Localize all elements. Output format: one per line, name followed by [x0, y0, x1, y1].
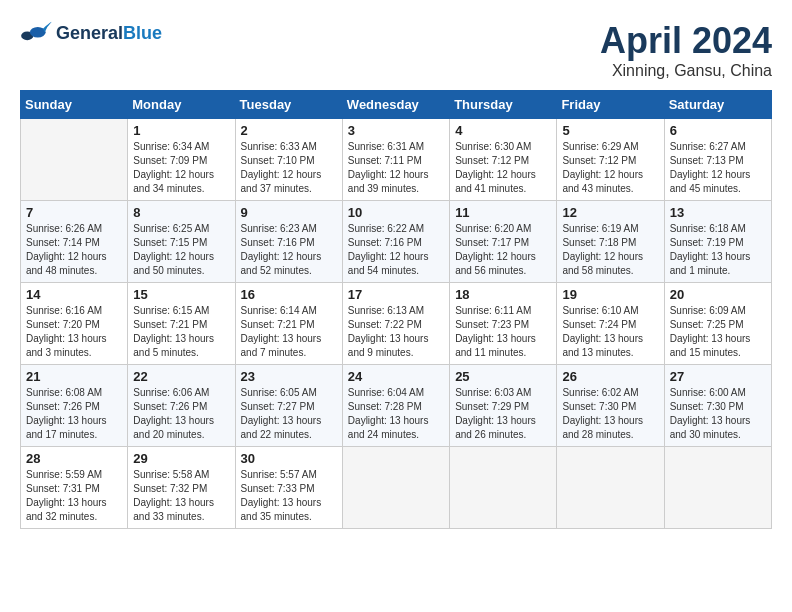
- day-info: Sunrise: 6:31 AMSunset: 7:11 PMDaylight:…: [348, 140, 444, 196]
- day-info: Sunrise: 6:00 AMSunset: 7:30 PMDaylight:…: [670, 386, 766, 442]
- calendar-day: 16Sunrise: 6:14 AMSunset: 7:21 PMDayligh…: [235, 283, 342, 365]
- day-info: Sunrise: 6:15 AMSunset: 7:21 PMDaylight:…: [133, 304, 229, 360]
- calendar-day: 15Sunrise: 6:15 AMSunset: 7:21 PMDayligh…: [128, 283, 235, 365]
- calendar-day: 9Sunrise: 6:23 AMSunset: 7:16 PMDaylight…: [235, 201, 342, 283]
- calendar-day: [664, 447, 771, 529]
- weekday-header: Wednesday: [342, 91, 449, 119]
- day-number: 30: [241, 451, 337, 466]
- day-number: 17: [348, 287, 444, 302]
- day-number: 19: [562, 287, 658, 302]
- calendar-day: 7Sunrise: 6:26 AMSunset: 7:14 PMDaylight…: [21, 201, 128, 283]
- calendar-day: 26Sunrise: 6:02 AMSunset: 7:30 PMDayligh…: [557, 365, 664, 447]
- calendar-day: 23Sunrise: 6:05 AMSunset: 7:27 PMDayligh…: [235, 365, 342, 447]
- calendar-day: [557, 447, 664, 529]
- calendar-day: 28Sunrise: 5:59 AMSunset: 7:31 PMDayligh…: [21, 447, 128, 529]
- logo-text: GeneralBlue: [56, 24, 162, 44]
- day-info: Sunrise: 6:34 AMSunset: 7:09 PMDaylight:…: [133, 140, 229, 196]
- calendar-day: 21Sunrise: 6:08 AMSunset: 7:26 PMDayligh…: [21, 365, 128, 447]
- calendar-day: [21, 119, 128, 201]
- day-number: 1: [133, 123, 229, 138]
- calendar-day: 10Sunrise: 6:22 AMSunset: 7:16 PMDayligh…: [342, 201, 449, 283]
- calendar-header: SundayMondayTuesdayWednesdayThursdayFrid…: [21, 91, 772, 119]
- day-info: Sunrise: 6:25 AMSunset: 7:15 PMDaylight:…: [133, 222, 229, 278]
- day-info: Sunrise: 6:26 AMSunset: 7:14 PMDaylight:…: [26, 222, 122, 278]
- calendar-day: 29Sunrise: 5:58 AMSunset: 7:32 PMDayligh…: [128, 447, 235, 529]
- day-number: 11: [455, 205, 551, 220]
- day-number: 18: [455, 287, 551, 302]
- calendar-week: 21Sunrise: 6:08 AMSunset: 7:26 PMDayligh…: [21, 365, 772, 447]
- weekday-header: Monday: [128, 91, 235, 119]
- day-info: Sunrise: 6:09 AMSunset: 7:25 PMDaylight:…: [670, 304, 766, 360]
- day-number: 12: [562, 205, 658, 220]
- day-info: Sunrise: 6:33 AMSunset: 7:10 PMDaylight:…: [241, 140, 337, 196]
- day-info: Sunrise: 5:57 AMSunset: 7:33 PMDaylight:…: [241, 468, 337, 524]
- day-info: Sunrise: 6:11 AMSunset: 7:23 PMDaylight:…: [455, 304, 551, 360]
- svg-point-2: [26, 35, 31, 39]
- calendar-week: 28Sunrise: 5:59 AMSunset: 7:31 PMDayligh…: [21, 447, 772, 529]
- day-info: Sunrise: 6:23 AMSunset: 7:16 PMDaylight:…: [241, 222, 337, 278]
- day-info: Sunrise: 6:30 AMSunset: 7:12 PMDaylight:…: [455, 140, 551, 196]
- day-info: Sunrise: 6:22 AMSunset: 7:16 PMDaylight:…: [348, 222, 444, 278]
- weekday-header: Tuesday: [235, 91, 342, 119]
- day-info: Sunrise: 6:14 AMSunset: 7:21 PMDaylight:…: [241, 304, 337, 360]
- calendar-day: 17Sunrise: 6:13 AMSunset: 7:22 PMDayligh…: [342, 283, 449, 365]
- weekday-header: Thursday: [450, 91, 557, 119]
- day-info: Sunrise: 6:02 AMSunset: 7:30 PMDaylight:…: [562, 386, 658, 442]
- day-number: 29: [133, 451, 229, 466]
- calendar-table: SundayMondayTuesdayWednesdayThursdayFrid…: [20, 90, 772, 529]
- day-number: 9: [241, 205, 337, 220]
- day-info: Sunrise: 6:08 AMSunset: 7:26 PMDaylight:…: [26, 386, 122, 442]
- day-info: Sunrise: 6:03 AMSunset: 7:29 PMDaylight:…: [455, 386, 551, 442]
- calendar-day: 8Sunrise: 6:25 AMSunset: 7:15 PMDaylight…: [128, 201, 235, 283]
- day-info: Sunrise: 6:19 AMSunset: 7:18 PMDaylight:…: [562, 222, 658, 278]
- day-number: 7: [26, 205, 122, 220]
- calendar-week: 14Sunrise: 6:16 AMSunset: 7:20 PMDayligh…: [21, 283, 772, 365]
- calendar-day: 22Sunrise: 6:06 AMSunset: 7:26 PMDayligh…: [128, 365, 235, 447]
- day-number: 21: [26, 369, 122, 384]
- day-number: 5: [562, 123, 658, 138]
- day-info: Sunrise: 6:13 AMSunset: 7:22 PMDaylight:…: [348, 304, 444, 360]
- day-number: 10: [348, 205, 444, 220]
- day-info: Sunrise: 6:06 AMSunset: 7:26 PMDaylight:…: [133, 386, 229, 442]
- calendar-day: [450, 447, 557, 529]
- calendar-week: 1Sunrise: 6:34 AMSunset: 7:09 PMDaylight…: [21, 119, 772, 201]
- calendar-day: 12Sunrise: 6:19 AMSunset: 7:18 PMDayligh…: [557, 201, 664, 283]
- calendar-day: 20Sunrise: 6:09 AMSunset: 7:25 PMDayligh…: [664, 283, 771, 365]
- calendar-day: 11Sunrise: 6:20 AMSunset: 7:17 PMDayligh…: [450, 201, 557, 283]
- day-number: 13: [670, 205, 766, 220]
- day-number: 25: [455, 369, 551, 384]
- weekday-header: Sunday: [21, 91, 128, 119]
- day-number: 16: [241, 287, 337, 302]
- day-info: Sunrise: 6:04 AMSunset: 7:28 PMDaylight:…: [348, 386, 444, 442]
- calendar-day: 24Sunrise: 6:04 AMSunset: 7:28 PMDayligh…: [342, 365, 449, 447]
- day-number: 4: [455, 123, 551, 138]
- day-info: Sunrise: 5:59 AMSunset: 7:31 PMDaylight:…: [26, 468, 122, 524]
- month-title: April 2024: [600, 20, 772, 62]
- calendar-day: 2Sunrise: 6:33 AMSunset: 7:10 PMDaylight…: [235, 119, 342, 201]
- calendar-day: 5Sunrise: 6:29 AMSunset: 7:12 PMDaylight…: [557, 119, 664, 201]
- day-info: Sunrise: 6:05 AMSunset: 7:27 PMDaylight:…: [241, 386, 337, 442]
- day-number: 20: [670, 287, 766, 302]
- page-header: GeneralBlue April 2024 Xinning, Gansu, C…: [20, 20, 772, 80]
- day-info: Sunrise: 6:29 AMSunset: 7:12 PMDaylight:…: [562, 140, 658, 196]
- logo: GeneralBlue: [20, 20, 162, 48]
- title-area: April 2024 Xinning, Gansu, China: [600, 20, 772, 80]
- calendar-day: [342, 447, 449, 529]
- weekday-header: Saturday: [664, 91, 771, 119]
- calendar-day: 3Sunrise: 6:31 AMSunset: 7:11 PMDaylight…: [342, 119, 449, 201]
- calendar-day: 14Sunrise: 6:16 AMSunset: 7:20 PMDayligh…: [21, 283, 128, 365]
- location-title: Xinning, Gansu, China: [600, 62, 772, 80]
- logo-icon: [20, 20, 52, 48]
- calendar-body: 1Sunrise: 6:34 AMSunset: 7:09 PMDaylight…: [21, 119, 772, 529]
- day-number: 27: [670, 369, 766, 384]
- day-number: 24: [348, 369, 444, 384]
- calendar-day: 19Sunrise: 6:10 AMSunset: 7:24 PMDayligh…: [557, 283, 664, 365]
- day-number: 2: [241, 123, 337, 138]
- day-info: Sunrise: 6:27 AMSunset: 7:13 PMDaylight:…: [670, 140, 766, 196]
- weekday-header: Friday: [557, 91, 664, 119]
- day-number: 6: [670, 123, 766, 138]
- day-info: Sunrise: 6:20 AMSunset: 7:17 PMDaylight:…: [455, 222, 551, 278]
- calendar-day: 4Sunrise: 6:30 AMSunset: 7:12 PMDaylight…: [450, 119, 557, 201]
- calendar-week: 7Sunrise: 6:26 AMSunset: 7:14 PMDaylight…: [21, 201, 772, 283]
- day-info: Sunrise: 6:16 AMSunset: 7:20 PMDaylight:…: [26, 304, 122, 360]
